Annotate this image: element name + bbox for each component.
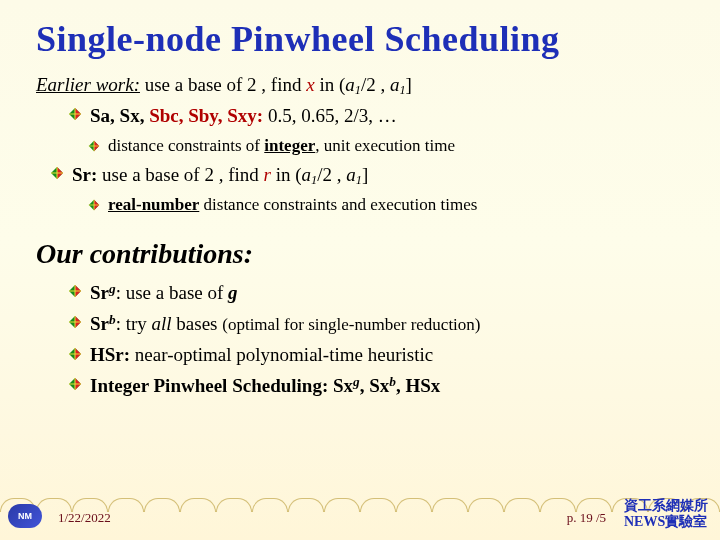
int-text: Integer Pinwheel Scheduling: Sxg, Sxb, H… <box>90 373 440 398</box>
footer-lab: 資工系網媒所 NEWS實驗室 <box>624 498 708 530</box>
hsr-a: near-optimal polynomial-time heuristic <box>130 344 433 365</box>
sr-a1: a <box>302 164 312 185</box>
earlier-text-c: /2 , <box>361 74 390 95</box>
earlier-x: x <box>306 74 314 95</box>
srb-paren: (optimal for single-number reduction) <box>222 315 480 334</box>
sr-c: /2 , <box>317 164 346 185</box>
earlier-work-line: Earlier work: use a base of 2 , find x i… <box>36 74 692 98</box>
earlier-close: ] <box>406 74 412 95</box>
contrib-integer: Integer Pinwheel Scheduling: Sxg, Sxb, H… <box>68 373 692 398</box>
sa-text: Sa, Sx, Sbc, Sby, Sxy: 0.5, 0.65, 2/3, … <box>90 104 397 129</box>
lab-line2: NEWS實驗室 <box>624 514 708 530</box>
srb-h: Sr <box>90 313 109 334</box>
sr-close: ] <box>362 164 368 185</box>
dist-b: integer <box>264 136 315 155</box>
diamond-bullet-icon <box>68 107 90 121</box>
contributions-heading: Our contributions: <box>36 238 692 270</box>
sr-b: in ( <box>271 164 302 185</box>
contrib-srg: Srg: use a base of g <box>68 280 692 305</box>
slide: Single-node Pinwheel Scheduling Earlier … <box>0 0 720 540</box>
a2: a <box>390 74 400 95</box>
footer-date: 1/22/2022 <box>58 510 111 526</box>
sr-r: r <box>264 164 271 185</box>
lab-line1: 資工系網媒所 <box>624 498 708 514</box>
diamond-bullet-icon <box>68 347 90 361</box>
diamond-bullet-icon <box>88 140 108 152</box>
int-b: b <box>389 374 396 389</box>
srg-h: Sr <box>90 282 109 303</box>
bullet-sr: Sr: use a base of 2 , find r in (a1/2 , … <box>50 163 692 188</box>
lab-logo-icon: NM <box>8 504 42 528</box>
diamond-bullet-icon <box>68 284 90 298</box>
slide-title: Single-node Pinwheel Scheduling <box>36 18 692 60</box>
sa-vals: 0.5, 0.65, 2/3, … <box>263 105 397 126</box>
hsr-text: HSr: near-optimal polynomial-time heuris… <box>90 343 433 367</box>
srb-a: : try <box>116 313 152 334</box>
hsr-h: HSr: <box>90 344 130 365</box>
real-a: real-number <box>108 195 199 214</box>
real-text: real-number distance constraints and exe… <box>108 194 477 216</box>
earlier-label: Earlier work: <box>36 74 140 95</box>
bullet-sa: Sa, Sx, Sbc, Sby, Sxy: 0.5, 0.65, 2/3, … <box>68 104 692 129</box>
srg-sup: g <box>109 281 116 296</box>
srb-all: all <box>152 313 172 334</box>
diamond-bullet-icon <box>68 377 90 391</box>
contrib-srb: Srb: try all bases (optimal for single-n… <box>68 311 692 336</box>
int-sep: , Sx <box>360 375 390 396</box>
contrib-hsr: HSr: near-optimal polynomial-time heuris… <box>68 343 692 367</box>
srb-sup: b <box>109 312 116 327</box>
int-g: g <box>353 374 360 389</box>
srg-text: Srg: use a base of g <box>90 280 238 305</box>
sr-a: use a base of 2 , find <box>97 164 263 185</box>
dist-int-text: distance constraints of integer, unit ex… <box>108 135 455 157</box>
srg-a: : use a base of <box>116 282 228 303</box>
sa-red: Sbc, Sby, Sxy: <box>149 105 263 126</box>
a1: a <box>345 74 355 95</box>
srb-text: Srb: try all bases (optimal for single-n… <box>90 311 481 336</box>
dist-c: , unit execution time <box>315 136 455 155</box>
sr-text: Sr: use a base of 2 , find r in (a1/2 , … <box>72 163 368 188</box>
sr-lead: Sr: <box>72 164 97 185</box>
bullet-dist-integer: distance constraints of integer, unit ex… <box>88 135 692 157</box>
sr-a2: a <box>346 164 356 185</box>
int-tail: , HSx <box>396 375 440 396</box>
dist-a: distance constraints of <box>108 136 264 155</box>
srb-b: bases <box>172 313 223 334</box>
real-b: distance constraints and execution times <box>199 195 477 214</box>
bullet-real-number: real-number distance constraints and exe… <box>88 194 692 216</box>
diamond-bullet-icon <box>88 199 108 211</box>
footer-page: p. 19 /5 <box>567 510 606 526</box>
diamond-bullet-icon <box>68 315 90 329</box>
int-h: Integer Pinwheel Scheduling: Sx <box>90 375 353 396</box>
footer: NM 1/22/2022 p. 19 /5 資工系網媒所 NEWS實驗室 <box>0 492 720 532</box>
srg-g: g <box>228 282 238 303</box>
diamond-bullet-icon <box>50 166 72 180</box>
sa-lead: Sa, Sx, <box>90 105 149 126</box>
earlier-text-a: use a base of 2 , find <box>140 74 306 95</box>
earlier-text-b: in ( <box>315 74 346 95</box>
